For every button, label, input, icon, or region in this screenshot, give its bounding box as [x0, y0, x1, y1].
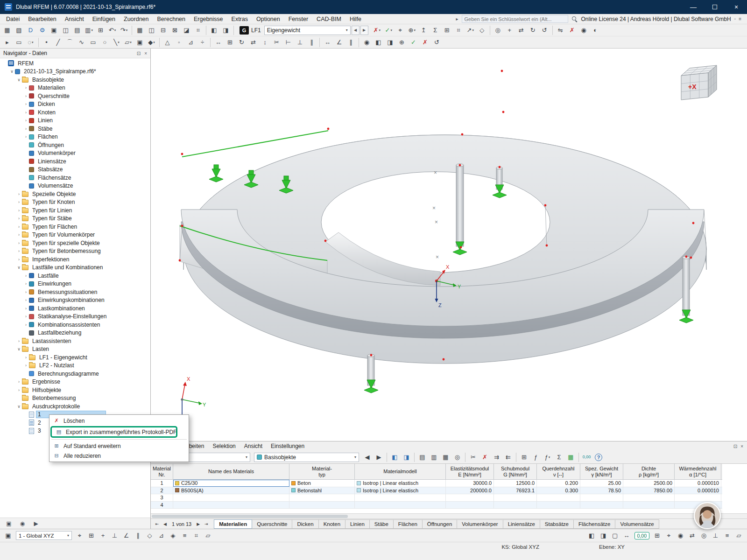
tree-item-materialien[interactable]: ›Materialien: [0, 84, 150, 92]
previous-view-icon[interactable]: ↺: [539, 25, 550, 35]
expand-arrow-icon[interactable]: ›: [16, 192, 22, 196]
tree-item-lastkombinationen[interactable]: ›Lastkombinationen: [0, 304, 150, 313]
table-cell[interactable]: 0.200: [537, 480, 580, 487]
navigator-toggle-icon[interactable]: ◧: [209, 25, 219, 35]
eccentricity-icon[interactable]: ⊿: [185, 37, 196, 48]
tab-linien[interactable]: Linien: [345, 519, 370, 529]
context-menu-item-export-in-zusammengef-hrtes-protokoll-pdf[interactable]: ▤Export in zusammengeführtes Protokoll-P…: [50, 426, 177, 438]
render-mode-icon[interactable]: ◧: [586, 531, 597, 541]
tab-st-be[interactable]: Stäbe: [369, 519, 394, 529]
expand-arrow-icon[interactable]: ›: [16, 249, 22, 253]
expand-arrow-icon[interactable]: ›: [16, 388, 22, 392]
lock-icon[interactable]: ⊿: [156, 531, 167, 541]
bim-settings-icon[interactable]: ⚙: [37, 25, 48, 35]
collapse-arrow-icon[interactable]: ∨: [16, 265, 22, 270]
tree-item-liniens-tze[interactable]: Liniensätze: [0, 157, 150, 166]
function-icon[interactable]: ƒ: [530, 452, 541, 462]
last-page-button[interactable]: ⇥: [202, 520, 210, 528]
table-filter-icon[interactable]: ▥: [429, 452, 439, 462]
select-window-icon[interactable]: ▭: [14, 37, 24, 48]
division-icon[interactable]: ÷: [197, 37, 208, 48]
import-table-icon[interactable]: ⇇: [503, 452, 514, 462]
column-header-spez-gewicht-kn-m[interactable]: Spez. Gewicht γ [kN/m³]: [580, 464, 623, 479]
menu-cad-bim[interactable]: CAD-BIM: [312, 15, 345, 23]
tree-item-lastf-lle-und-kombinationen[interactable]: ∨Lastfälle und Kombinationen: [0, 264, 150, 272]
opening-icon[interactable]: ▣: [134, 37, 145, 48]
keyword-search[interactable]: [462, 15, 568, 23]
column-header-name-des-materials[interactable]: Name des Materials: [173, 464, 289, 479]
tree-item-dicken[interactable]: ›Dicken: [0, 100, 150, 109]
menu-bearbeiten[interactable]: Bearbeiten: [24, 15, 60, 23]
collapse-arrow-icon[interactable]: ∨: [16, 347, 22, 351]
snap-icon[interactable]: +: [98, 531, 108, 541]
expand-arrow-icon[interactable]: ›: [23, 306, 29, 311]
table-cell[interactable]: 200000.0: [446, 487, 494, 494]
measure-angle-icon[interactable]: ∠: [334, 37, 345, 48]
table-cell[interactable]: [289, 494, 355, 501]
table-cell[interactable]: [289, 502, 355, 509]
rotate-view-icon[interactable]: ↻: [528, 25, 538, 35]
surface-icon[interactable]: ▱▾: [123, 37, 134, 48]
delete-icon[interactable]: ✗: [567, 25, 578, 35]
tree-item-linien[interactable]: ›Linien: [0, 117, 150, 125]
menu-ergebnisse[interactable]: Ergebnisse: [190, 15, 227, 23]
table-cell[interactable]: [494, 494, 537, 501]
shading-mode-icon[interactable]: ◨: [598, 531, 609, 541]
layer-icon[interactable]: ≡: [179, 531, 190, 541]
context-menu-item-auf-standard-erweitern[interactable]: ⊞Auf Standard erweitern: [49, 441, 189, 451]
table-cell[interactable]: [623, 502, 675, 509]
expand-arrow-icon[interactable]: ›: [23, 322, 29, 327]
expand-arrow-icon[interactable]: ›: [16, 339, 22, 343]
table-filter-combo[interactable]: ▾: [180, 453, 250, 462]
table-menu-ansicht[interactable]: Ansicht: [240, 442, 267, 450]
menu-ansicht[interactable]: Ansicht: [61, 15, 88, 23]
snap-toggle-icon[interactable]: ⌖: [663, 531, 674, 541]
rotate-icon[interactable]: ↻: [236, 37, 247, 48]
load-case-prev-button[interactable]: ◀: [352, 26, 359, 35]
decimals-icon[interactable]: 0,00: [581, 452, 592, 462]
camera-icon[interactable]: ◉: [578, 25, 589, 35]
tree-item-fl-chens-tze[interactable]: Flächensätze: [0, 174, 150, 182]
grid-toggle-icon[interactable]: ⊞: [652, 531, 662, 541]
table-3d-sync-icon[interactable]: ◧: [389, 452, 400, 462]
mouse-snap-icon[interactable]: ◉: [675, 531, 686, 541]
tree-item-typen-f-r-volumenk-rper[interactable]: ›Typen für Volumenkörper: [0, 231, 150, 239]
close-icon[interactable]: ×: [726, 0, 747, 14]
table-cell[interactable]: [355, 502, 446, 509]
grid-toggle-icon[interactable]: ⊞: [442, 25, 452, 35]
open-model-icon[interactable]: ▧: [14, 25, 24, 35]
workplane-icon[interactable]: ▱: [733, 531, 744, 541]
table-cell[interactable]: [446, 494, 494, 501]
expand-arrow-icon[interactable]: ›: [23, 363, 29, 368]
tree-item-lasten[interactable]: ∨Lasten: [0, 345, 150, 354]
support-icon[interactable]: △: [162, 37, 173, 48]
prev-page-button[interactable]: ◀: [161, 520, 169, 528]
table-menu-einstellungen[interactable]: Einstellungen: [267, 442, 309, 450]
zoom-status-icon[interactable]: ◎: [698, 531, 709, 541]
table-cell[interactable]: [355, 494, 446, 501]
xyz-arrows-icon[interactable]: ↥: [418, 25, 429, 35]
tree-item-2021-10-13-spiralrampe-rf6[interactable]: ∨2021-10-13_Spiralrampe.rf6*: [0, 68, 150, 76]
paste-icon[interactable]: ▣: [49, 25, 59, 35]
expand-arrow-icon[interactable]: ›: [23, 314, 29, 319]
menu-fenster[interactable]: Fenster: [284, 15, 312, 23]
load-case-combo[interactable]: Eigengewicht ▾: [264, 26, 351, 35]
column-header-material-nr[interactable]: Material Nr.: [151, 464, 173, 479]
tab-volumenk-rper[interactable]: Volumenkörper: [457, 519, 503, 529]
tree-item-bemessungssituationen[interactable]: ›Bemessungssituationen: [0, 288, 150, 296]
table-cell[interactable]: Beton: [289, 480, 355, 487]
select-icon[interactable]: ▸: [2, 37, 13, 48]
view-direction-icon[interactable]: ↗▾: [465, 25, 476, 35]
tree-item-volumens-tze[interactable]: Volumensätze: [0, 182, 150, 190]
table-result-icon[interactable]: ▦: [440, 452, 451, 462]
calculator-icon[interactable]: ⌗: [193, 25, 204, 35]
table-cell[interactable]: 2: [151, 487, 173, 494]
tree-item-kombinationsassistenten[interactable]: ›Kombinationsassistenten: [0, 321, 150, 329]
expand-arrow-icon[interactable]: ›: [16, 241, 22, 245]
tree-item-lastf-lle[interactable]: ›Lastfälle: [0, 272, 150, 280]
table-prev-icon[interactable]: ◀: [362, 452, 373, 462]
expand-arrow-icon[interactable]: ›: [16, 208, 22, 213]
tree-item-typen-f-r-betonbemessung[interactable]: ›Typen für Betonbemessung: [0, 247, 150, 256]
ruler-icon[interactable]: ↔: [621, 531, 632, 541]
render-mode-icon[interactable]: ◐: [590, 25, 601, 35]
